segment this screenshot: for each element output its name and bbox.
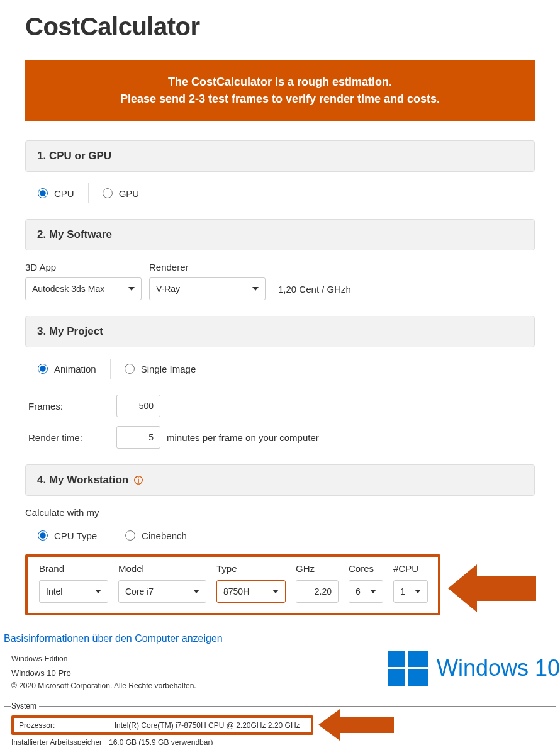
divider — [110, 359, 111, 379]
arrow-left-icon — [448, 564, 536, 612]
system-legend: System — [11, 702, 39, 710]
calc-with-label: Calculate with my — [25, 507, 535, 518]
ghz-label: GHz — [296, 563, 339, 574]
system-fieldset: System Prozessor: Intel(R) Core(TM) i7-8… — [4, 702, 556, 745]
radio-cputype-label: CPU Type — [54, 530, 97, 541]
ncpu-label: #CPU — [393, 563, 428, 574]
radio-cinebench[interactable]: Cinebench — [125, 530, 187, 541]
system-table: Installierter Arbeitsspeicher (RAM): 16,… — [11, 736, 556, 745]
section-1-header: 1. CPU or GPU — [25, 140, 535, 172]
banner-line1: The CostCalculator is a rough estimation… — [38, 74, 522, 91]
cores-label: Cores — [349, 563, 383, 574]
radio-gpu-label: GPU — [119, 188, 140, 199]
section-4-title: 4. My Workstation — [37, 474, 128, 486]
radio-gpu-input[interactable] — [103, 188, 113, 198]
windows-logo-icon — [388, 651, 428, 686]
divider — [111, 525, 111, 546]
divider — [88, 183, 89, 203]
ghz-input[interactable] — [296, 580, 339, 603]
arrow-left-icon — [318, 709, 394, 741]
windows-logo-text: Windows 10 — [437, 655, 560, 681]
banner-line2: Please send 2-3 test frames to verify re… — [38, 91, 522, 108]
cores-select[interactable]: 6 — [349, 580, 383, 603]
type-label: Type — [216, 563, 286, 574]
brand-label: Brand — [39, 563, 108, 574]
radio-cinebench-label: Cinebench — [142, 530, 187, 541]
processor-highlight-box: Prozessor: Intel(R) Core(TM) i7-8750H CP… — [11, 715, 313, 735]
rendertime-label: Render time: — [28, 432, 116, 443]
radio-cpu-label: CPU — [54, 188, 74, 199]
model-label: Model — [118, 563, 206, 574]
radio-animation-label: Animation — [54, 364, 96, 374]
radio-gpu[interactable]: GPU — [103, 188, 140, 199]
radio-cpu[interactable]: CPU — [38, 188, 74, 199]
page-title: CostCalculator — [25, 13, 535, 41]
app-select[interactable]: Autodesk 3ds Max — [25, 277, 142, 300]
info-banner: The CostCalculator is a rough estimation… — [25, 60, 535, 121]
section-4-header: 4. My Workstation ⓘ — [25, 464, 535, 496]
radio-single[interactable]: Single Image — [125, 364, 196, 374]
frames-label: Frames: — [28, 401, 116, 412]
model-select[interactable]: Core i7 — [118, 580, 206, 603]
info-icon[interactable]: ⓘ — [134, 475, 143, 485]
edition-legend: Windows-Edition — [11, 654, 70, 663]
rendertime-suffix: minutes per frame on your computer — [167, 432, 319, 443]
renderer-label: Renderer — [149, 262, 266, 272]
radio-single-input[interactable] — [125, 364, 135, 374]
radio-cinebench-input[interactable] — [125, 530, 135, 541]
sysinfo-title: Basisinformationen über den Computer anz… — [4, 633, 556, 644]
radio-cpu-input[interactable] — [38, 188, 48, 198]
workstation-highlight-box: Brand Intel Model Core i7 Type 8750H GHz… — [25, 554, 440, 615]
radio-animation-input[interactable] — [38, 364, 48, 374]
app-label: 3D App — [25, 262, 142, 272]
brand-select[interactable]: Intel — [39, 580, 108, 603]
renderer-select[interactable]: V-Ray — [149, 277, 266, 300]
ncpu-select[interactable]: 1 — [393, 580, 428, 603]
type-select[interactable]: 8750H — [216, 580, 286, 603]
radio-cputype[interactable]: CPU Type — [38, 530, 97, 541]
processor-label: Prozessor: — [19, 721, 112, 730]
section-2-header: 2. My Software — [25, 219, 535, 250]
price-text: 1,20 Cent / GHzh — [273, 278, 351, 300]
ram-label: Installierter Arbeitsspeicher (RAM): — [11, 736, 109, 745]
section-3-header: 3. My Project — [25, 316, 535, 347]
rendertime-input[interactable] — [116, 426, 160, 449]
windows-logo: Windows 10 — [388, 651, 560, 686]
radio-single-label: Single Image — [141, 364, 196, 374]
radio-cputype-input[interactable] — [38, 530, 48, 541]
frames-input[interactable] — [116, 395, 160, 417]
processor-value: Intel(R) Core(TM) i7-8750H CPU @ 2.20GHz… — [115, 721, 300, 730]
radio-animation[interactable]: Animation — [38, 364, 96, 374]
